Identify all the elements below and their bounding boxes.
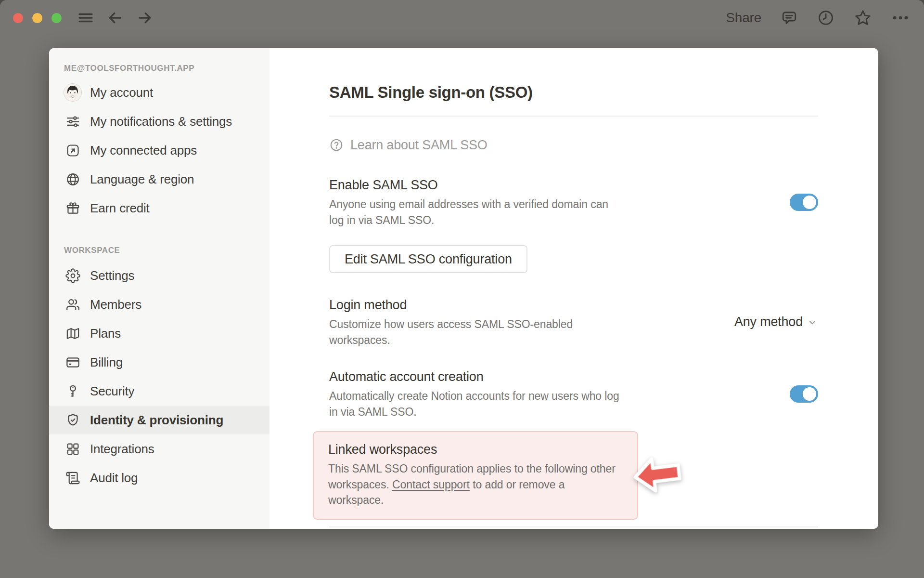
edit-saml-configuration-button[interactable]: Edit SAML SSO configuration — [329, 245, 527, 273]
scroll-icon — [64, 469, 81, 486]
divider — [329, 116, 818, 117]
key-icon — [64, 382, 81, 400]
sidebar-item-security[interactable]: Security — [49, 377, 270, 406]
sidebar-item-plans[interactable]: Plans — [49, 319, 270, 348]
settings-sidebar: ME@TOOLSFORTHOUGHT.APP My account My not… — [49, 48, 270, 529]
enable-saml-description: Anyone using email addresses with a veri… — [329, 197, 624, 228]
sidebar-item-identity-provisioning[interactable]: Identity & provisioning — [49, 406, 270, 434]
linked-workspaces-heading: Linked workspaces — [328, 441, 623, 458]
help-circle-icon — [329, 138, 344, 152]
login-method-value: Any method — [734, 315, 803, 329]
settings-dialog: ME@TOOLSFORTHOUGHT.APP My account My not… — [49, 48, 878, 529]
sidebar-item-label: Plans — [90, 326, 121, 341]
star-icon[interactable] — [854, 9, 872, 27]
credit-card-icon — [64, 354, 81, 371]
sidebar-item-language-region[interactable]: Language & region — [49, 165, 270, 194]
toggle-knob — [803, 196, 816, 209]
login-method-row: Login method Customize how users access … — [329, 296, 818, 348]
forward-arrow-icon[interactable] — [136, 9, 154, 26]
sidebar-item-label: Members — [90, 297, 141, 312]
sidebar-item-label: Integrations — [90, 442, 154, 457]
sidebar-item-label: Language & region — [90, 172, 194, 187]
login-method-select[interactable]: Any method — [734, 315, 818, 329]
sidebar-item-label: Security — [90, 384, 134, 399]
sidebar-item-connected-apps[interactable]: My connected apps — [49, 136, 270, 165]
sidebar-item-earn-credit[interactable]: Earn credit — [49, 194, 270, 223]
sidebar-item-my-account[interactable]: My account — [49, 78, 270, 107]
gear-icon — [64, 267, 81, 284]
map-icon — [64, 325, 81, 342]
automatic-account-creation-row: Automatic account creation Automatically… — [329, 368, 818, 420]
annotation-arrow-icon — [631, 452, 683, 497]
sidebar-item-label: My notifications & settings — [90, 114, 232, 129]
sidebar-item-label: Audit log — [90, 471, 138, 486]
comment-icon[interactable] — [781, 9, 798, 26]
hamburger-icon[interactable] — [77, 10, 94, 26]
clock-icon[interactable] — [817, 9, 834, 26]
divider — [329, 526, 818, 527]
grid-icon — [64, 440, 81, 458]
sidebar-item-label: My connected apps — [90, 143, 197, 158]
page-title: SAML Single sign-on (SSO) — [329, 82, 818, 103]
minimize-window-button[interactable] — [32, 13, 42, 23]
connected-apps-icon — [64, 142, 81, 159]
automatic-account-creation-description: Automatically create Notion accounts for… — [329, 388, 624, 420]
automatic-account-creation-toggle[interactable] — [790, 385, 818, 403]
sidebar-item-label: Settings — [90, 268, 134, 283]
enable-saml-row: Enable SAML SSO Anyone using email addre… — [329, 176, 818, 228]
sidebar-item-label: Identity & provisioning — [90, 413, 223, 428]
learn-about-saml-label: Learn about SAML SSO — [350, 138, 488, 153]
sidebar-item-settings[interactable]: Settings — [49, 261, 270, 290]
enable-saml-toggle[interactable] — [790, 194, 818, 211]
linked-workspaces-description: This SAML SSO configuration applies to t… — [328, 461, 623, 508]
close-window-button[interactable] — [13, 13, 23, 23]
sidebar-item-audit-log[interactable]: Audit log — [49, 463, 270, 492]
more-icon[interactable] — [891, 9, 910, 27]
login-method-heading: Login method — [329, 296, 624, 314]
settings-main-panel: SAML Single sign-on (SSO) Learn about SA… — [270, 48, 878, 529]
window-titlebar: Share — [0, 0, 924, 36]
sliders-icon — [64, 113, 81, 130]
contact-support-link[interactable]: Contact support — [392, 478, 470, 491]
toggle-knob — [803, 387, 816, 401]
enable-saml-heading: Enable SAML SSO — [329, 176, 624, 194]
members-icon — [64, 296, 81, 313]
learn-about-saml-link[interactable]: Learn about SAML SSO — [329, 137, 488, 153]
sidebar-item-label: Earn credit — [90, 201, 150, 216]
avatar — [64, 84, 81, 101]
login-method-description: Customize how users access SAML SSO-enab… — [329, 316, 624, 348]
globe-icon — [64, 171, 81, 188]
sidebar-item-integrations[interactable]: Integrations — [49, 434, 270, 463]
linked-workspaces-callout: Linked workspaces This SAML SSO configur… — [313, 431, 638, 520]
sidebar-item-label: Billing — [90, 355, 123, 370]
sidebar-item-members[interactable]: Members — [49, 290, 270, 319]
automatic-account-creation-heading: Automatic account creation — [329, 368, 624, 385]
zoom-window-button[interactable] — [51, 13, 62, 23]
app-window: Share ME@TOOLSFORTHOUGHT.APP — [0, 0, 924, 578]
sidebar-item-label: My account — [90, 85, 153, 100]
workspace-section-header: WORKSPACE — [64, 245, 270, 256]
sidebar-item-notifications-settings[interactable]: My notifications & settings — [49, 107, 270, 136]
share-button[interactable]: Share — [726, 10, 761, 26]
back-arrow-icon[interactable] — [106, 9, 124, 26]
traffic-lights — [13, 13, 62, 23]
account-section-header: ME@TOOLSFORTHOUGHT.APP — [64, 63, 270, 74]
chevron-down-icon — [807, 316, 818, 328]
sidebar-item-billing[interactable]: Billing — [49, 348, 270, 377]
gift-icon — [64, 199, 81, 217]
shield-check-icon — [64, 411, 81, 429]
